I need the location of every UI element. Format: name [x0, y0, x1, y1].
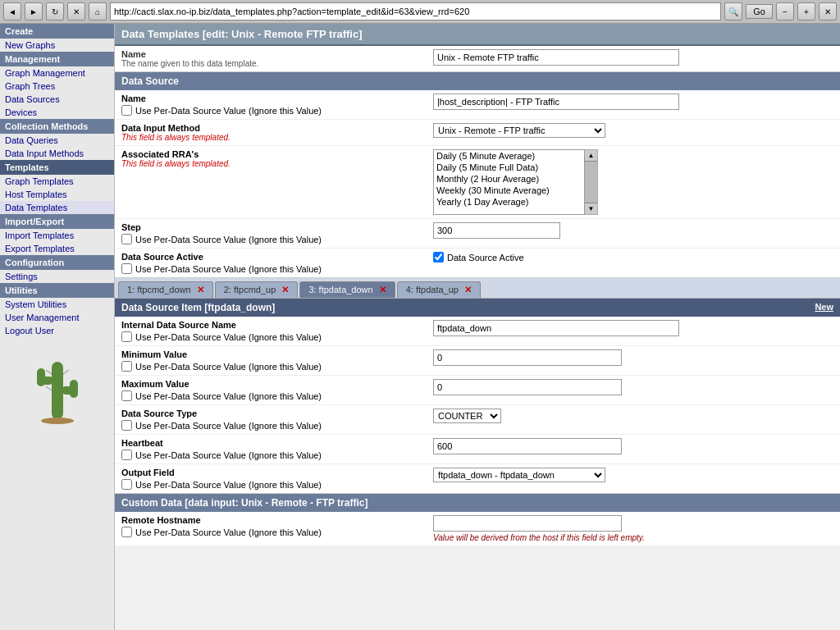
rra-item-3[interactable]: Weekly (30 Minute Average): [434, 185, 584, 196]
internal-ds-name-input[interactable]: [433, 320, 679, 336]
tab-close-ftpcmd-up[interactable]: ✕: [279, 285, 289, 294]
sidebar-item-graph-trees[interactable]: Graph Trees: [0, 80, 114, 93]
sidebar-item-data-sources[interactable]: Data Sources: [0, 93, 114, 106]
home-button[interactable]: ⌂: [89, 2, 107, 21]
rra-scroll-down[interactable]: ▼: [585, 203, 597, 214]
ds-active-checkbox[interactable]: [433, 252, 444, 262]
ds-active-per-source-checkbox[interactable]: [121, 263, 132, 274]
rra-item-0[interactable]: Daily (5 Minute Average): [434, 150, 584, 162]
sidebar-item-devices[interactable]: Devices: [0, 106, 114, 119]
ds-type-select[interactable]: COUNTER GAUGE DERIVE ABSOLUTE: [433, 409, 501, 423]
utilities-section-header: Utilities: [0, 283, 114, 298]
step-per-source-label: Use Per-Data Source Value (Ignore this V…: [135, 235, 322, 244]
tab-close-ftpdata-down[interactable]: ✕: [377, 285, 386, 294]
page-title: Data Templates [edit: Unix - Remote FTP …: [115, 24, 840, 46]
rra-item-1[interactable]: Daily (5 Minute Full Data): [434, 162, 584, 173]
stop-button[interactable]: ✕: [67, 2, 85, 21]
remote-hostname-note: Value will be derived from the host if t…: [433, 533, 833, 542]
sidebar-item-system-utilities[interactable]: System Utilities: [0, 298, 114, 311]
min-value-per-source-checkbox[interactable]: [121, 361, 132, 372]
forward-button[interactable]: ►: [25, 2, 43, 21]
remote-hostname-input[interactable]: [433, 515, 622, 532]
data-input-always-templated: This field is always templated.: [121, 133, 433, 142]
sidebar-item-logout[interactable]: Logout User: [0, 324, 114, 337]
min-value-input[interactable]: [433, 349, 622, 366]
sidebar-item-user-management[interactable]: User Management: [0, 311, 114, 324]
tab-ftpdata-up[interactable]: 4: ftpdata_up ✕: [397, 281, 481, 298]
sidebar-item-export-templates[interactable]: Export Templates: [0, 242, 114, 255]
data-input-method-select[interactable]: Unix - Remote - FTP traffic: [433, 123, 605, 138]
remote-hostname-label: Remote Hostname: [121, 515, 433, 525]
min-value-per-source-label: Use Per-Data Source Value (Ignore this V…: [135, 362, 322, 372]
sidebar-item-data-input-methods[interactable]: Data Input Methods: [0, 147, 114, 160]
internal-ds-name-label: Internal Data Source Name: [121, 320, 433, 330]
sidebar-item-settings[interactable]: Settings: [0, 270, 114, 283]
reload-button[interactable]: ↻: [46, 2, 64, 21]
max-value-label: Maximum Value: [121, 379, 433, 389]
heartbeat-per-source-checkbox[interactable]: [121, 450, 132, 460]
internal-ds-per-source-checkbox[interactable]: [121, 331, 132, 342]
templates-section-header: Templates: [0, 160, 114, 175]
min-value-label: Minimum Value: [121, 349, 433, 359]
sidebar-item-graph-templates[interactable]: Graph Templates: [0, 175, 114, 188]
rra-item-2[interactable]: Monthly (2 Hour Average): [434, 173, 584, 185]
output-field-label: Output Field: [121, 468, 433, 477]
associated-rra-label: Associated RRA's: [121, 149, 433, 159]
data-source-item-header: Data Source Item [ftpdata_down] New: [115, 299, 840, 317]
sidebar-item-import-templates[interactable]: Import Templates: [0, 229, 114, 242]
max-value-input[interactable]: [433, 379, 622, 395]
ds-type-per-source-checkbox[interactable]: [121, 420, 132, 431]
name-input[interactable]: [433, 49, 679, 66]
output-field-per-source-checkbox[interactable]: [121, 479, 132, 490]
import-export-section-header: Import/Export: [0, 214, 114, 229]
tab-close-ftpcmd-down[interactable]: ✕: [194, 285, 204, 294]
tab-ftpcmd-up[interactable]: 2: ftpcmd_up ✕: [215, 281, 299, 298]
data-input-method-label: Data Input Method: [121, 123, 433, 133]
output-field-select[interactable]: ftpdata_down - ftpdata_down: [433, 468, 605, 482]
maximize-button[interactable]: +: [797, 2, 815, 21]
close-button[interactable]: ✕: [819, 2, 837, 21]
address-bar[interactable]: [110, 2, 721, 21]
sidebar-item-graph-management[interactable]: Graph Management: [0, 66, 114, 80]
sidebar-item-data-queries[interactable]: Data Queries: [0, 134, 114, 147]
max-value-per-source-label: Use Per-Data Source Value (Ignore this V…: [135, 391, 322, 401]
ds-active-checkbox-label: Data Source Active: [447, 253, 524, 262]
cactus-logo: [0, 337, 114, 437]
svg-rect-4: [70, 380, 78, 398]
rra-scroll-up[interactable]: ▲: [585, 150, 597, 162]
search-icon: 🔍: [724, 2, 742, 21]
heartbeat-label: Heartbeat: [121, 438, 433, 448]
main-content: Data Templates [edit: Unix - Remote FTP …: [115, 24, 840, 630]
sidebar-item-new-graphs[interactable]: New Graphs: [0, 39, 114, 52]
ds-name-input[interactable]: [433, 94, 679, 110]
name-field-description: The name given to this data template.: [121, 59, 433, 68]
heartbeat-input[interactable]: [433, 438, 622, 454]
tab-ftpcmd-down[interactable]: 1: ftpcmd_down ✕: [118, 281, 213, 298]
back-button[interactable]: ◄: [3, 2, 21, 21]
minimize-button[interactable]: −: [776, 2, 794, 21]
name-field-label: Name: [121, 49, 433, 59]
remote-hostname-per-source-label: Use Per-Data Source Value (Ignore this V…: [135, 527, 322, 537]
collection-section-header: Collection Methods: [0, 119, 114, 134]
ds-name-per-source-checkbox[interactable]: [121, 105, 132, 116]
ds-name-per-source-label: Use Per-Data Source Value (Ignore this V…: [135, 106, 322, 116]
tab-ftpdata-down[interactable]: 3: ftpdata_down ✕: [299, 281, 395, 298]
ds-name-label: Name: [121, 94, 433, 103]
max-value-per-source-checkbox[interactable]: [121, 390, 132, 401]
step-per-source-checkbox[interactable]: [121, 234, 132, 244]
svg-line-7: [46, 386, 52, 390]
ds-active-per-source-label: Use Per-Data Source Value (Ignore this V…: [135, 264, 322, 274]
sidebar-item-host-templates[interactable]: Host Templates: [0, 188, 114, 201]
sidebar-item-data-templates[interactable]: Data Templates: [0, 201, 114, 214]
step-input[interactable]: [433, 222, 560, 239]
new-link[interactable]: New: [815, 302, 833, 313]
svg-rect-2: [37, 368, 45, 386]
go-button[interactable]: Go: [746, 4, 773, 19]
ds-type-per-source-label: Use Per-Data Source Value (Ignore this V…: [135, 421, 322, 431]
remote-hostname-per-source-checkbox[interactable]: [121, 527, 132, 537]
ds-active-label: Data Source Active: [121, 252, 433, 262]
browser-chrome: ◄ ► ↻ ✕ ⌂ 🔍 Go − + ✕: [0, 0, 840, 24]
rra-listbox[interactable]: Daily (5 Minute Average) Daily (5 Minute…: [433, 149, 585, 215]
rra-item-4[interactable]: Yearly (1 Day Average): [434, 196, 584, 208]
tab-close-ftpdata-up[interactable]: ✕: [462, 285, 472, 294]
